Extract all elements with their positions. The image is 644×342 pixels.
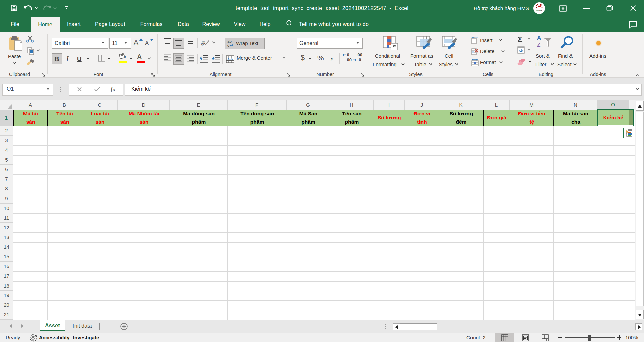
svg-text:VinHMS: VinHMS	[536, 10, 543, 12]
svg-text:c: c	[227, 43, 229, 47]
svg-text:ab: ab	[201, 40, 206, 47]
svg-text:ab: ab	[227, 39, 232, 43]
